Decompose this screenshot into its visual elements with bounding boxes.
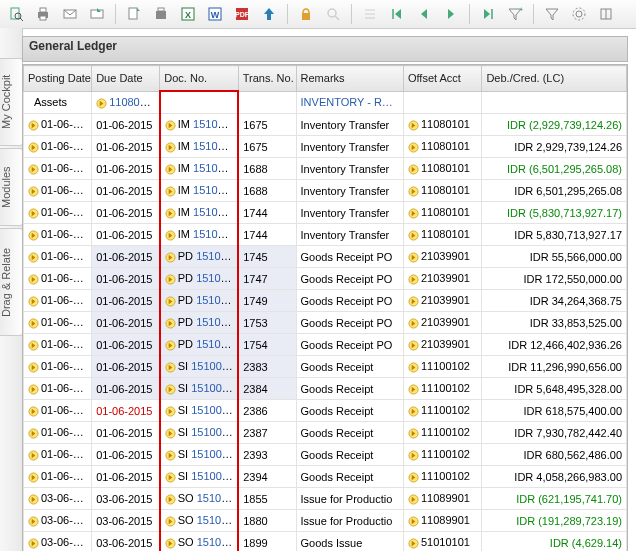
table-row[interactable]: 01-06-201501-06-2015PD 15100000021747Goo… bbox=[24, 268, 627, 290]
col-header[interactable]: Doc. No. bbox=[160, 66, 238, 92]
table-row[interactable]: 01-06-201501-06-2015PD 15100000011745Goo… bbox=[24, 246, 627, 268]
table-row[interactable]: 01-06-201501-06-2015SI 15100000322384Goo… bbox=[24, 378, 627, 400]
link-arrow-icon bbox=[408, 274, 419, 285]
link-arrow-icon bbox=[165, 362, 176, 373]
svg-rect-17 bbox=[302, 13, 310, 20]
table-row[interactable]: 01-06-201501-06-2015SI 15100000352393Goo… bbox=[24, 444, 627, 466]
link-arrow-icon bbox=[96, 98, 107, 109]
link-arrow-icon bbox=[28, 186, 39, 197]
table-row[interactable]: 01-06-201501-06-2015IM 15100000011675Inv… bbox=[24, 136, 627, 158]
vtab-modules[interactable]: Modules bbox=[0, 148, 23, 226]
table-row[interactable]: 01-06-201501-06-2015SI 15100000342387Goo… bbox=[24, 422, 627, 444]
svg-line-2 bbox=[20, 18, 23, 21]
link-arrow-icon bbox=[28, 538, 39, 549]
svg-point-18 bbox=[328, 9, 336, 17]
table-row[interactable]: 01-06-201501-06-2015IM 15100000111744Inv… bbox=[24, 224, 627, 246]
table-row[interactable]: 03-06-201503-06-2015SO 15100000191855Iss… bbox=[24, 488, 627, 510]
link-arrow-icon bbox=[408, 142, 419, 153]
link-arrow-icon bbox=[28, 120, 39, 131]
svg-text:X: X bbox=[185, 10, 191, 20]
link-arrow-icon bbox=[408, 472, 419, 483]
link-arrow-icon bbox=[165, 164, 176, 175]
lock-button[interactable] bbox=[294, 2, 318, 26]
link-arrow-icon bbox=[28, 230, 39, 241]
table-row[interactable]: 01-06-201501-06-2015SI 15100000312383Goo… bbox=[24, 356, 627, 378]
table-row[interactable]: 01-06-201501-06-2015IM 15100000111744Inv… bbox=[24, 202, 627, 224]
table-row[interactable]: 01-06-201501-06-2015SI 15100000362394Goo… bbox=[24, 466, 627, 488]
find-button[interactable] bbox=[321, 2, 345, 26]
svg-text:PDF: PDF bbox=[235, 11, 250, 18]
link-arrow-icon bbox=[408, 516, 419, 527]
link-arrow-icon bbox=[408, 208, 419, 219]
col-header[interactable]: Deb./Cred. (LC) bbox=[482, 66, 627, 92]
table-row[interactable]: 03-06-201503-06-2015SO 15100000271899Goo… bbox=[24, 532, 627, 552]
svg-rect-5 bbox=[40, 16, 46, 20]
link-arrow-icon bbox=[165, 340, 176, 351]
mail-button[interactable] bbox=[58, 2, 82, 26]
svg-rect-9 bbox=[156, 11, 166, 19]
svg-point-27 bbox=[573, 8, 585, 20]
link-arrow-icon bbox=[28, 318, 39, 329]
table-row[interactable]: 01-06-201501-06-2015IM 15100000021688Inv… bbox=[24, 180, 627, 202]
table-row[interactable]: 01-06-201501-06-2015SI 15100000332386Goo… bbox=[24, 400, 627, 422]
import-button[interactable] bbox=[122, 2, 146, 26]
table-row[interactable]: 01-06-201501-06-2015IM 15100000021688Inv… bbox=[24, 158, 627, 180]
link-arrow-icon bbox=[165, 208, 176, 219]
table-row[interactable]: 03-06-201503-06-2015SO 15100000221880Iss… bbox=[24, 510, 627, 532]
table-row[interactable]: 01-06-201501-06-2015IM 15100000011675Inv… bbox=[24, 114, 627, 136]
next-button[interactable] bbox=[439, 2, 463, 26]
link-arrow-icon bbox=[165, 318, 176, 329]
prev-button[interactable] bbox=[412, 2, 436, 26]
link-arrow-icon bbox=[165, 472, 176, 483]
col-header[interactable]: Due Date bbox=[92, 66, 160, 92]
main-toolbar: XWPDF+ bbox=[0, 0, 636, 29]
col-header[interactable]: Trans. No. bbox=[238, 66, 296, 92]
col-header[interactable]: Offset Acct bbox=[403, 66, 481, 92]
columns-button[interactable] bbox=[594, 2, 618, 26]
link-arrow-icon bbox=[28, 274, 39, 285]
link-arrow-icon bbox=[28, 164, 39, 175]
col-header[interactable]: Posting Date bbox=[24, 66, 92, 92]
up-button[interactable] bbox=[257, 2, 281, 26]
filter-button[interactable] bbox=[540, 2, 564, 26]
link-arrow-icon bbox=[165, 494, 176, 505]
pdf-button[interactable]: PDF bbox=[230, 2, 254, 26]
group-row[interactable]: Assets11080101INVENTORY - RAW bbox=[24, 91, 627, 114]
link-arrow-icon bbox=[28, 428, 39, 439]
link-arrow-icon bbox=[408, 252, 419, 263]
print-button[interactable] bbox=[31, 2, 55, 26]
table-row[interactable]: 01-06-201501-06-2015PD 15100000051754Goo… bbox=[24, 334, 627, 356]
link-arrow-icon bbox=[28, 142, 39, 153]
link-arrow-icon bbox=[408, 318, 419, 329]
link-arrow-icon bbox=[408, 362, 419, 373]
link-arrow-icon bbox=[28, 384, 39, 395]
last-button[interactable] bbox=[476, 2, 500, 26]
list-button[interactable] bbox=[358, 2, 382, 26]
svg-rect-8 bbox=[129, 8, 137, 19]
link-arrow-icon bbox=[408, 230, 419, 241]
link-arrow-icon bbox=[165, 384, 176, 395]
vtab-my-cockpit[interactable]: My Cockpit bbox=[0, 58, 23, 146]
link-arrow-icon bbox=[408, 296, 419, 307]
link-arrow-icon bbox=[408, 340, 419, 351]
word-button[interactable]: W bbox=[203, 2, 227, 26]
table-row[interactable]: 01-06-201501-06-2015PD 15100000031749Goo… bbox=[24, 290, 627, 312]
vtab-drag-relate[interactable]: Drag & Relate bbox=[0, 228, 23, 336]
table-row[interactable]: 01-06-201501-06-2015PD 15100000041753Goo… bbox=[24, 312, 627, 334]
filter-add-button[interactable]: + bbox=[503, 2, 527, 26]
link-arrow-icon bbox=[165, 274, 176, 285]
link-arrow-icon bbox=[408, 406, 419, 417]
first-button[interactable] bbox=[385, 2, 409, 26]
col-header[interactable]: Remarks bbox=[296, 66, 403, 92]
svg-rect-10 bbox=[158, 8, 164, 11]
svg-point-26 bbox=[576, 11, 582, 17]
excel-button[interactable]: X bbox=[176, 2, 200, 26]
doc-search-button[interactable] bbox=[4, 2, 28, 26]
settings-button[interactable] bbox=[567, 2, 591, 26]
link-arrow-icon bbox=[28, 516, 39, 527]
link-arrow-icon bbox=[28, 362, 39, 373]
send-button[interactable] bbox=[85, 2, 109, 26]
general-ledger-grid[interactable]: Posting DateDue DateDoc. No.Trans. No.Re… bbox=[22, 64, 628, 551]
fax-button[interactable] bbox=[149, 2, 173, 26]
link-arrow-icon bbox=[165, 120, 176, 131]
